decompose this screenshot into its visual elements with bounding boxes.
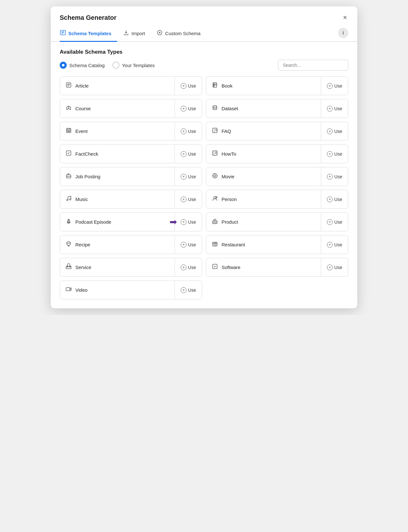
schema-card-content-howto: HowTo bbox=[206, 145, 321, 163]
modal-title: Schema Generator bbox=[60, 14, 117, 21]
schema-card-person: Person+Use bbox=[206, 190, 348, 209]
schema-label-person: Person bbox=[222, 197, 237, 202]
use-button-job-posting[interactable]: +Use bbox=[175, 169, 202, 185]
radio-your-templates[interactable]: Your Templates bbox=[112, 62, 155, 69]
schema-label-music: Music bbox=[75, 197, 88, 202]
use-button-article[interactable]: +Use bbox=[175, 78, 202, 94]
close-button[interactable]: × bbox=[342, 13, 348, 22]
schema-card-restaurant: Restaurant+Use bbox=[206, 235, 348, 254]
svg-point-47 bbox=[216, 197, 217, 198]
schema-card-content-book: Book bbox=[206, 77, 321, 95]
plus-icon-video: + bbox=[181, 287, 186, 293]
svg-point-52 bbox=[214, 223, 214, 223]
use-button-music[interactable]: +Use bbox=[175, 191, 202, 207]
section-title: Available Schema Types bbox=[51, 42, 357, 60]
svg-point-42 bbox=[212, 175, 213, 176]
svg-rect-30 bbox=[213, 151, 217, 155]
schema-card-event: Event+Use bbox=[60, 122, 202, 141]
schema-card-dataset: Dataset+Use bbox=[206, 99, 348, 118]
schema-card-video: Video+Use bbox=[60, 281, 202, 299]
plus-icon-person: + bbox=[327, 197, 333, 202]
restaurant-icon bbox=[211, 241, 218, 249]
tab-schema-templates[interactable]: Schema Templates bbox=[60, 27, 117, 42]
tab-import-label: Import bbox=[132, 31, 145, 36]
radio-group: Schema Catalog Your Templates bbox=[60, 62, 155, 69]
use-button-person[interactable]: +Use bbox=[321, 191, 348, 207]
schema-card-content-event: Event bbox=[60, 122, 175, 140]
schema-card-content-product: Product bbox=[206, 213, 321, 231]
schema-card-faq: FAQ+Use bbox=[206, 122, 348, 141]
use-button-recipe[interactable]: +Use bbox=[175, 237, 202, 253]
search-input[interactable] bbox=[278, 60, 348, 71]
radio-schema-catalog[interactable]: Schema Catalog bbox=[60, 62, 105, 69]
plus-icon-restaurant: + bbox=[327, 242, 333, 248]
tab-bar: Schema Templates Import Custom Schema i bbox=[51, 22, 357, 42]
use-button-podcast-episode[interactable]: +Use bbox=[175, 214, 202, 230]
schema-card-content-service: Service bbox=[60, 258, 175, 276]
use-label-movie: Use bbox=[334, 174, 342, 179]
schema-label-product: Product bbox=[222, 219, 238, 225]
video-icon bbox=[65, 286, 72, 294]
schema-label-restaurant: Restaurant bbox=[222, 242, 245, 247]
use-button-restaurant[interactable]: +Use bbox=[321, 237, 348, 253]
use-button-software[interactable]: +Use bbox=[321, 259, 348, 275]
use-button-product[interactable]: +Use bbox=[321, 214, 348, 230]
schema-card-job-posting: Job Posting+Use bbox=[60, 167, 202, 186]
plus-icon-article: + bbox=[181, 83, 186, 89]
template-icon bbox=[60, 29, 66, 37]
schema-card-content-course: Course bbox=[60, 99, 175, 118]
svg-point-45 bbox=[70, 199, 71, 200]
tab-import[interactable]: Import bbox=[123, 27, 151, 42]
use-label-service: Use bbox=[188, 265, 196, 270]
schema-card-howto: HowTo+Use bbox=[206, 144, 348, 163]
movie-icon bbox=[211, 173, 218, 181]
book-icon bbox=[211, 82, 218, 90]
svg-point-39 bbox=[214, 175, 216, 177]
factcheck-icon bbox=[65, 150, 72, 158]
use-button-faq[interactable]: +Use bbox=[321, 123, 348, 139]
event-icon bbox=[65, 127, 72, 135]
use-button-service[interactable]: +Use bbox=[175, 259, 202, 275]
recipe-icon bbox=[65, 241, 72, 249]
software-icon bbox=[211, 263, 218, 271]
plus-icon-howto: + bbox=[327, 151, 333, 157]
use-button-movie[interactable]: +Use bbox=[321, 169, 348, 185]
svg-rect-64 bbox=[66, 288, 70, 291]
radio-schema-catalog-label: Schema Catalog bbox=[69, 63, 105, 68]
plus-icon-podcast-episode: + bbox=[181, 219, 186, 225]
tab-schema-templates-label: Schema Templates bbox=[68, 31, 111, 36]
tab-custom-schema-label: Custom Schema bbox=[165, 31, 200, 36]
svg-point-38 bbox=[213, 173, 217, 178]
plus-icon-dataset: + bbox=[327, 106, 333, 112]
use-label-book: Use bbox=[334, 83, 342, 89]
use-button-book[interactable]: +Use bbox=[321, 78, 348, 94]
schema-label-software: Software bbox=[222, 265, 240, 270]
use-button-howto[interactable]: +Use bbox=[321, 146, 348, 162]
plus-icon-job-posting: + bbox=[181, 174, 186, 180]
use-button-dataset[interactable]: +Use bbox=[321, 101, 348, 117]
schema-label-job-posting: Job Posting bbox=[75, 174, 100, 179]
use-button-event[interactable]: +Use bbox=[175, 123, 202, 139]
use-label-dataset: Use bbox=[334, 106, 342, 111]
plus-circle-icon bbox=[156, 29, 163, 37]
use-label-factcheck: Use bbox=[188, 151, 196, 157]
schema-card-content-music: Music bbox=[60, 190, 175, 208]
use-button-course[interactable]: +Use bbox=[175, 101, 202, 117]
tab-custom-schema[interactable]: Custom Schema bbox=[156, 27, 206, 42]
plus-icon-factcheck: + bbox=[181, 151, 186, 157]
use-label-event: Use bbox=[188, 129, 196, 134]
filter-row: Schema Catalog Your Templates bbox=[51, 60, 357, 76]
use-button-factcheck[interactable]: +Use bbox=[175, 146, 202, 162]
svg-point-16 bbox=[213, 106, 217, 107]
job-posting-icon bbox=[65, 173, 72, 181]
schema-grid: Article+UseBook+UseCourse+UseDataset+Use… bbox=[51, 76, 357, 308]
schema-label-howto: HowTo bbox=[222, 151, 236, 157]
schema-card-recipe: Recipe+Use bbox=[60, 235, 202, 254]
svg-rect-21 bbox=[67, 131, 68, 132]
info-button[interactable]: i bbox=[338, 28, 348, 38]
schema-card-course: Course+Use bbox=[60, 99, 202, 118]
use-label-software: Use bbox=[334, 265, 342, 270]
use-button-video[interactable]: +Use bbox=[175, 282, 202, 298]
schema-label-dataset: Dataset bbox=[222, 106, 238, 111]
schema-label-faq: FAQ bbox=[222, 128, 231, 134]
